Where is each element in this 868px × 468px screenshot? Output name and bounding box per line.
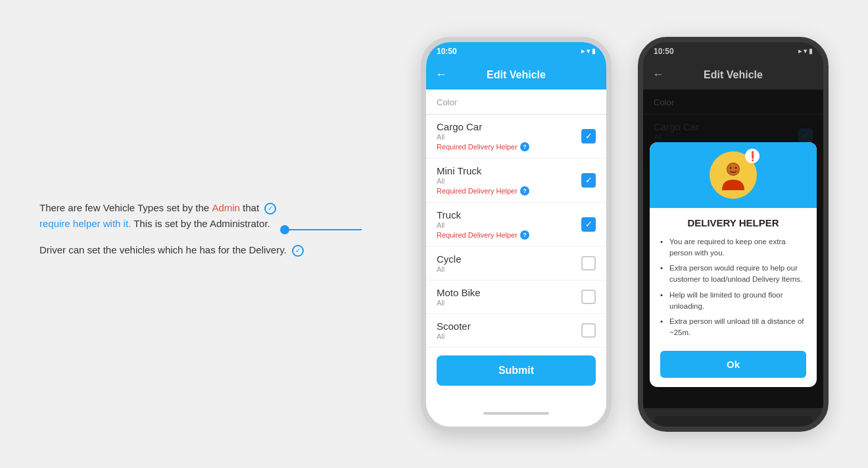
scooter-uncheck: [581, 323, 596, 338]
alert-badge: ❗: [745, 149, 760, 163]
phone-light: 10:50 ▸ ▾ ▮ ← Edit Vehicle Color: [421, 37, 612, 432]
cycle-sub: All: [437, 265, 581, 273]
vehicle-item-mini-truck[interactable]: Mini Truck All Required Delivery Helper …: [426, 159, 606, 203]
truck-helper: Required Delivery Helper ?: [437, 230, 581, 240]
mini-truck-name: Mini Truck: [437, 165, 581, 176]
blue-line: [289, 229, 362, 230]
modal-bullet-4: Extra person will unload till a distance…: [660, 316, 806, 339]
dark-content: Color Cargo Car All Required Delivery He…: [643, 90, 823, 408]
scooter-info: Scooter All: [437, 321, 581, 340]
phone-dark: 10:50 ▸ ▾ ▮ ← Edit Vehicle Color Cargo C…: [638, 37, 829, 432]
mini-truck-helper-label: Required Delivery Helper: [437, 187, 518, 195]
light-time: 10:50: [437, 47, 457, 56]
cargo-car-name: Cargo Car: [437, 121, 581, 132]
annotation-block: There are few Vehicle Types set by the A…: [39, 200, 349, 258]
svg-point-2: [730, 167, 732, 169]
modal-bullet-2: Extra person would require to help our c…: [660, 263, 806, 286]
dark-location-icon: ▸: [798, 47, 802, 55]
modal-header: ❗: [650, 142, 817, 208]
light-content: Color Cargo Car All Required Delivery He…: [426, 90, 606, 408]
moto-bike-name: Moto Bike: [437, 287, 581, 298]
modal-title: DELIVERY HELPER: [660, 217, 806, 228]
blue-dot: [280, 225, 289, 234]
cargo-car-info: Cargo Car All Required Delivery Helper ?: [437, 121, 581, 151]
battery-icon: ▮: [592, 47, 596, 55]
vehicle-item-scooter[interactable]: Scooter All: [426, 314, 606, 348]
mini-truck-checkbox[interactable]: ✓: [581, 173, 596, 188]
phones-container: 10:50 ▸ ▾ ▮ ← Edit Vehicle Color: [421, 37, 829, 432]
modal-avatar: ❗: [710, 151, 757, 199]
moto-bike-checkbox[interactable]: [581, 290, 596, 304]
light-home-indicator: [483, 412, 549, 415]
light-status-bar: 10:50 ▸ ▾ ▮: [426, 42, 606, 61]
truck-helper-label: Required Delivery Helper: [437, 231, 518, 239]
light-submit-button[interactable]: Submit: [437, 355, 596, 386]
dark-status-bar: 10:50 ▸ ▾ ▮: [643, 42, 823, 61]
truck-help-icon[interactable]: ?: [520, 230, 529, 240]
truck-checkbox[interactable]: ✓: [581, 217, 596, 232]
connector-row: [280, 225, 362, 234]
scooter-checkbox[interactable]: [581, 323, 596, 338]
cargo-car-help-icon[interactable]: ?: [520, 142, 529, 151]
dark-submit-button[interactable]: Submit: [654, 416, 813, 432]
check-icon-1: ✓: [264, 203, 276, 215]
cycle-name: Cycle: [437, 253, 581, 265]
modal-bullet-1: You are required to keep one extra perso…: [660, 236, 806, 259]
dark-app-header: ← Edit Vehicle: [643, 61, 823, 90]
mini-truck-info: Mini Truck All Required Delivery Helper …: [437, 165, 581, 195]
cargo-car-helper-label: Required Delivery Helper: [437, 143, 518, 151]
dark-battery-icon: ▮: [809, 47, 813, 55]
vehicle-item-cargo-car[interactable]: Cargo Car All Required Delivery Helper ?…: [426, 115, 606, 159]
color-field: Color: [426, 90, 606, 115]
truck-info: Truck All Required Delivery Helper ?: [437, 209, 581, 240]
annotation-text-2: Driver can set the vehicles which he has…: [39, 242, 349, 258]
color-label: Color: [437, 97, 596, 111]
modal-bullet-3: Help will be limited to ground floor unl…: [660, 290, 806, 313]
dark-back-button[interactable]: ←: [652, 68, 664, 82]
mini-truck-check: ✓: [581, 173, 596, 188]
svg-point-1: [727, 163, 739, 175]
modal-bullets: You are required to keep one extra perso…: [660, 236, 806, 339]
dark-time: 10:50: [654, 47, 674, 56]
light-back-button[interactable]: ←: [435, 68, 447, 82]
cycle-info: Cycle All: [437, 253, 581, 273]
truck-sub: All: [437, 221, 581, 229]
modal-ok-button[interactable]: Ok: [660, 351, 806, 378]
helper-text: require helper with it.: [39, 218, 131, 229]
cycle-uncheck: [581, 256, 596, 271]
scooter-name: Scooter: [437, 321, 581, 332]
cargo-car-helper: Required Delivery Helper ?: [437, 142, 581, 151]
annotation-area: There are few Vehicle Types set by the A…: [39, 200, 349, 269]
admin-highlight: Admin: [212, 202, 240, 213]
wifi-icon: ▾: [587, 47, 590, 55]
delivery-helper-modal-overlay: ❗ DELIVERY HELPER You are required to ke…: [643, 90, 823, 408]
delivery-helper-modal: ❗ DELIVERY HELPER You are required to ke…: [650, 142, 817, 387]
moto-bike-sub: All: [437, 299, 581, 307]
light-header-title: Edit Vehicle: [487, 69, 546, 81]
truck-check: ✓: [581, 217, 596, 232]
vehicle-item-moto-bike[interactable]: Moto Bike All: [426, 280, 606, 314]
truck-name: Truck: [437, 209, 581, 221]
vehicle-item-truck[interactable]: Truck All Required Delivery Helper ? ✓: [426, 203, 606, 247]
cycle-checkbox[interactable]: [581, 256, 596, 271]
mini-truck-sub: All: [437, 177, 581, 185]
location-icon: ▸: [581, 47, 585, 55]
dark-wifi-icon: ▾: [804, 47, 807, 55]
vehicle-list: Cargo Car All Required Delivery Helper ?…: [426, 115, 606, 348]
cargo-car-checkbox[interactable]: ✓: [581, 129, 596, 143]
mini-truck-help-icon[interactable]: ?: [520, 186, 529, 195]
svg-point-3: [735, 167, 737, 169]
dark-header-title: Edit Vehicle: [704, 69, 763, 81]
moto-bike-uncheck: [581, 290, 596, 304]
cargo-car-sub: All: [437, 133, 581, 141]
vehicle-item-cycle[interactable]: Cycle All: [426, 247, 606, 280]
moto-bike-info: Moto Bike All: [437, 287, 581, 307]
dark-status-icons: ▸ ▾ ▮: [798, 47, 813, 55]
light-status-icons: ▸ ▾ ▮: [581, 47, 596, 55]
cargo-car-check: ✓: [581, 129, 596, 143]
light-app-header: ← Edit Vehicle: [426, 61, 606, 90]
check-icon-2: ✓: [292, 245, 304, 257]
mini-truck-helper: Required Delivery Helper ?: [437, 186, 581, 195]
modal-body: DELIVERY HELPER You are required to keep…: [650, 208, 817, 387]
scooter-sub: All: [437, 332, 581, 340]
